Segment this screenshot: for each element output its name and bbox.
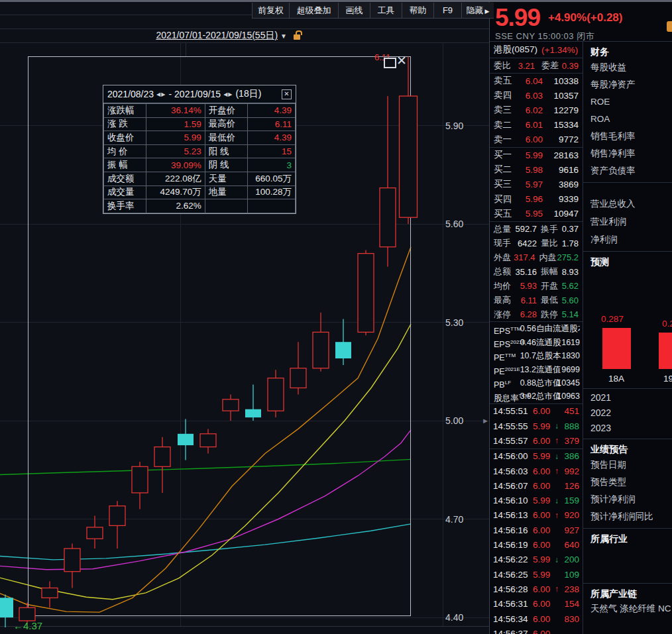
range-start-nav-icon[interactable]: ◀▶	[156, 91, 166, 97]
sidebar-item-销售净利率[interactable]: 销售净利率	[590, 145, 672, 162]
stat-label: 内盘	[539, 252, 557, 264]
bid-levels: 买一5.9928163买二5.989616买三5.973869买四5.96933…	[490, 148, 583, 221]
corner-icon[interactable]	[667, 21, 672, 32]
tick-volume: 920	[561, 510, 579, 520]
tick-price: 5.99	[533, 451, 553, 461]
level-label: 买四	[494, 193, 515, 205]
stat-label: 跌停	[541, 309, 559, 321]
menu-adjust[interactable]: 前复权	[252, 3, 289, 18]
forecast-year-2023[interactable]: 2023	[590, 421, 672, 436]
tick-price: 6.00	[533, 525, 553, 535]
sidebar-item-营业总收入[interactable]: 营业总收入	[590, 195, 672, 213]
sidebar-item-资产负债率[interactable]: 资产负债率	[590, 162, 672, 180]
stat-value: 6.28	[512, 309, 537, 319]
order-book-row[interactable]: 买五5.9510947	[490, 207, 583, 221]
sidebar-item-每股净资产[interactable]: 每股净资产	[590, 76, 672, 93]
tick-price: 6.00	[533, 466, 553, 476]
level-volume: 28163	[543, 150, 579, 160]
tick-time: 14:56:22	[493, 555, 533, 564]
order-book-row[interactable]: 卖三6.0212279	[490, 103, 583, 117]
share-value: 1619	[561, 336, 580, 349]
order-book-row[interactable]: 买四5.969339	[490, 192, 583, 207]
order-book-row[interactable]: 卖二6.0115334	[490, 118, 583, 132]
level-price: 5.97	[515, 180, 543, 189]
order-book-row[interactable]: 卖四6.0310357	[490, 88, 583, 103]
tick-price: 5.99	[533, 555, 553, 564]
level-volume: 10947	[543, 209, 579, 219]
stat-value: 317.4	[512, 252, 535, 262]
order-book-row[interactable]: 买二5.989616	[490, 162, 583, 177]
order-book-column: 港股(0857) (+1.34%) 委比 3.21 委差 0.39 卖五6.04…	[490, 42, 583, 634]
candle-body-up	[154, 447, 170, 467]
menu-tools[interactable]: 工具	[370, 3, 402, 18]
menu-f9[interactable]: F9	[433, 3, 461, 18]
order-book-row[interactable]: 买三5.973869	[490, 177, 583, 191]
date-range-label[interactable]: 2021/07/01-2021/09/15(55日)	[156, 30, 278, 42]
candle-body-down	[335, 342, 351, 358]
level-price: 6.02	[515, 105, 543, 115]
order-book-row[interactable]: 买一5.9928163	[490, 148, 583, 162]
ma-green	[0, 459, 411, 474]
range-end-nav-icon[interactable]: ◀▶	[223, 91, 233, 97]
stat-value: 0.37	[559, 224, 579, 234]
ma-cyan	[0, 524, 411, 560]
share-value: 10963	[557, 390, 580, 403]
forecast-year-2022[interactable]: 2022	[590, 405, 672, 421]
forecast-year-2021[interactable]: 2021	[590, 390, 672, 405]
unlock-icon[interactable]	[294, 34, 300, 40]
candle-body-up	[380, 188, 396, 247]
level-label: 卖四	[494, 89, 515, 101]
panel-splitter-arrow[interactable]: ►	[482, 417, 489, 425]
menu-draw[interactable]: 画线	[338, 3, 370, 18]
sidebar-item-预计净利润[interactable]: 预计净利润	[590, 491, 672, 508]
sidebar-item-销售毛利率[interactable]: 销售毛利率	[590, 128, 672, 145]
stat-label: 最高	[494, 294, 512, 306]
tooltip-table: 涨跌幅36.14%开盘价4.39涨 跌1.59最高价6.11收盘价5.99最低价…	[103, 103, 296, 213]
close-icon[interactable]: ✕	[282, 89, 292, 99]
down-arrow-icon: ↓	[553, 555, 561, 564]
candle-body-up	[400, 96, 418, 217]
tick-trade-list[interactable]: 14:55:516.0045114:55:555.99↓88814:55:576…	[490, 404, 583, 634]
menu-help[interactable]: 帮助	[402, 3, 433, 18]
wei-ratio-label: 委比	[494, 60, 511, 72]
candle-body-up	[109, 506, 125, 526]
section-chain-header: 所属产业链	[590, 586, 672, 601]
tick-volume: 451	[561, 406, 579, 416]
order-book-row[interactable]: 卖一6.009772	[490, 132, 583, 147]
tick-row: 14:56:346.00830	[490, 611, 583, 626]
valuation-label: PBLF	[494, 380, 511, 390]
menu-hide[interactable]: 隐藏▶	[461, 3, 494, 18]
chevron-down-icon[interactable]: ▼	[280, 32, 287, 40]
up-arrow-icon: ↑	[553, 436, 561, 445]
menu-overlay[interactable]: 超级叠加	[289, 3, 338, 18]
tick-volume: 830	[561, 614, 579, 624]
sidebar-item-净利润[interactable]: 净利润	[590, 231, 672, 248]
level-volume: 9616	[543, 165, 579, 175]
tick-time: 14:55:51	[493, 406, 533, 416]
level-volume: 12279	[543, 105, 579, 115]
sidebar-item-预告日期[interactable]: 预告日期	[590, 456, 672, 474]
sidebar-item-预计净利润同比[interactable]: 预计净利润同比	[590, 508, 672, 525]
sidebar-item-预告类型[interactable]: 预告类型	[590, 474, 672, 491]
stat-label: 开盘	[541, 280, 559, 292]
tick-time: 14:55:57	[493, 436, 533, 446]
popout-icon[interactable]	[384, 58, 396, 68]
sidebar-item-营业利润[interactable]: 营业利润	[590, 213, 672, 231]
wei-ratio-value: 3.21	[511, 61, 535, 71]
sidebar-item-ROE[interactable]: ROE	[590, 93, 672, 111]
tick-row: 14:56:036.00↑992	[490, 464, 583, 478]
hide-arrow-icon[interactable]: ▶	[485, 8, 490, 15]
sidebar-item-ROA[interactable]: ROA	[590, 111, 672, 128]
forecast-bar-category: 18A	[608, 374, 624, 384]
hk-quote-row[interactable]: 港股(0857) (+1.34%)	[490, 42, 583, 58]
tick-price: 5.99	[533, 421, 553, 431]
date-range-control[interactable]: 2021/07/01-2021/09/15(55日) ▼	[156, 30, 300, 42]
order-book-row[interactable]: 卖五6.0410338	[490, 74, 583, 88]
level-volume: 9772	[543, 134, 579, 144]
close-selection-icon[interactable]: ✕	[396, 53, 407, 68]
level-volume: 10338	[543, 76, 579, 86]
share-value: 10345	[557, 376, 580, 390]
sidebar-item-每股收益[interactable]: 每股收益	[590, 59, 672, 76]
divider	[583, 583, 672, 584]
tick-row: 14:56:166.00927	[490, 523, 583, 537]
